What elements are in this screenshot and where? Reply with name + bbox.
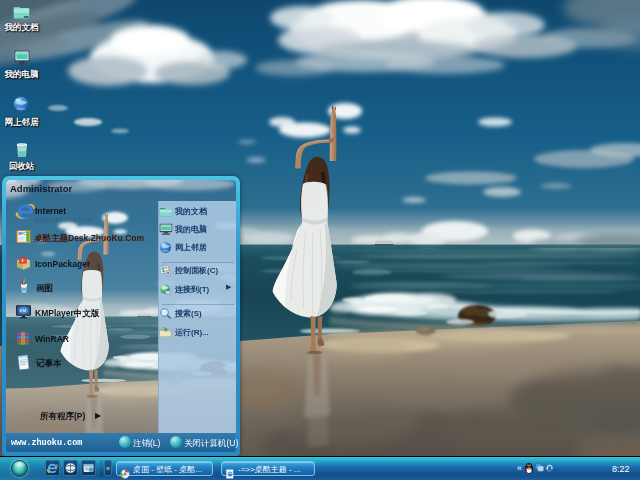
svg-text:KM: KM <box>20 308 27 313</box>
svg-text:BFC: BFC <box>18 232 26 236</box>
svg-text:1: 1 <box>21 258 23 263</box>
